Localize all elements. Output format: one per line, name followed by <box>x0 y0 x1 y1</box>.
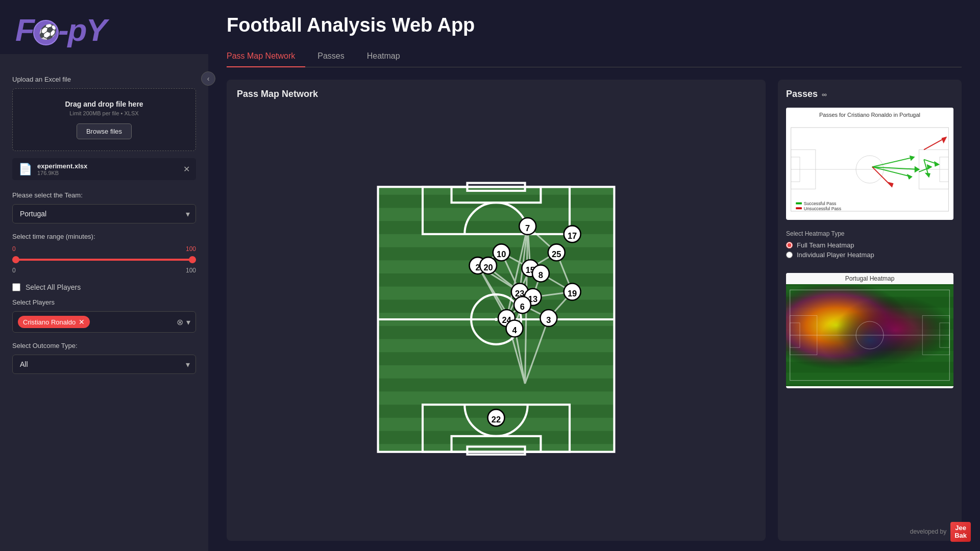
tab-heatmap[interactable]: Heatmap <box>367 47 410 67</box>
heatmap-svg <box>786 284 953 386</box>
file-upload-dropzone[interactable]: Drag and drop file here Limit 200MB per … <box>12 88 196 151</box>
svg-text:7: 7 <box>525 223 530 232</box>
heatmap-container: Portugal Heatmap <box>786 273 953 388</box>
time-range-display: 0 100 <box>12 245 196 253</box>
logo-area: F ⚽ -pY <box>0 0 208 54</box>
players-select-icons: ⊗ ▾ <box>177 317 190 327</box>
svg-rect-104 <box>796 207 802 209</box>
time-range-min-value: 0 <box>12 245 16 253</box>
right-panel: Passes ∞ Passes for Cristiano Ronaldo in… <box>778 80 962 541</box>
app-logo: F ⚽ -pY <box>15 14 193 46</box>
select-all-checkbox[interactable] <box>12 283 20 291</box>
player-tag-label: Cristiano Ronaldo <box>23 318 76 326</box>
select-all-players-row: Select All Players <box>12 283 196 291</box>
tab-passes[interactable]: Passes <box>317 47 354 67</box>
badge-line2: Bak <box>954 532 967 540</box>
heatmap-individual-label[interactable]: Individual Player Heatmap <box>797 251 874 259</box>
chevron-left-icon: ‹ <box>207 74 210 83</box>
svg-rect-102 <box>796 203 802 205</box>
players-select-area[interactable]: Cristiano Ronaldo ✕ ⊗ ▾ <box>12 311 196 333</box>
heatmap-type-section: Select Heatmap Type Full Team Heatmap In… <box>786 230 953 261</box>
time-range-limit-min: 0 <box>12 267 16 274</box>
file-remove-button[interactable]: ✕ <box>183 164 190 174</box>
heatmap-individual-radio[interactable] <box>786 252 793 258</box>
svg-text:3: 3 <box>546 315 551 324</box>
file-icon: 📄 <box>18 163 32 176</box>
svg-text:17: 17 <box>568 231 577 240</box>
developer-credit: developed by Jee Bak <box>910 522 971 542</box>
badge-line1: Jee <box>954 524 967 532</box>
heatmap-full-team-radio[interactable] <box>786 242 793 248</box>
heatmap-individual-row: Individual Player Heatmap <box>786 251 953 259</box>
svg-text:25: 25 <box>552 249 561 259</box>
svg-text:10: 10 <box>497 249 506 259</box>
outcome-select[interactable]: All Successful Unsuccessful <box>12 355 196 374</box>
outcome-select-wrapper: All Successful Unsuccessful ▾ <box>12 355 196 374</box>
passes-info-icon: ∞ <box>822 90 827 98</box>
pass-map-title: Pass Map Network <box>237 89 755 99</box>
tab-pass-map-network[interactable]: Pass Map Network <box>227 47 305 67</box>
sidebar: F ⚽ -pY ‹ Upload an Excel file Drag and … <box>0 0 208 551</box>
svg-text:19: 19 <box>568 289 577 298</box>
outcome-label: Select Outcome Type: <box>12 342 196 349</box>
pass-map-panel: Pass Map Network <box>227 80 766 541</box>
main-tabs: Pass Map Network Passes Heatmap <box>227 47 962 67</box>
clear-players-button[interactable]: ⊗ <box>177 317 183 327</box>
file-size: 176.9KB <box>37 170 178 176</box>
credit-text: developed by <box>910 528 946 535</box>
heatmap-chart-title: Portugal Heatmap <box>786 273 953 284</box>
heatmap-full-team-row: Full Team Heatmap <box>786 241 953 249</box>
passes-panel-title: Passes ∞ <box>786 89 953 99</box>
heatmap-full-team-label[interactable]: Full Team Heatmap <box>797 241 854 249</box>
pitch-container: 7 17 25 10 2 <box>237 107 755 532</box>
player-tag-remove-button[interactable]: ✕ <box>79 318 85 326</box>
time-range-max-value: 100 <box>186 245 196 253</box>
time-range-section: Select time range (minutes): 0 100 0 100 <box>12 233 196 274</box>
main-content: Football Analysis Web App Pass Map Netwo… <box>208 0 980 551</box>
svg-text:6: 6 <box>520 302 525 311</box>
players-dropdown-icon[interactable]: ▾ <box>186 317 190 327</box>
svg-text:4: 4 <box>512 325 517 335</box>
passes-chart-title: Passes for Cristiano Ronaldo in Portugal <box>819 112 920 118</box>
svg-point-8 <box>495 317 498 320</box>
content-row: Pass Map Network <box>227 80 962 541</box>
developer-badge: Jee Bak <box>950 522 971 542</box>
file-info: experiment.xlsx 176.9KB <box>37 162 178 176</box>
select-all-label[interactable]: Select All Players <box>26 283 81 291</box>
app-title: Football Analysis Web App <box>227 14 962 36</box>
svg-text:8: 8 <box>538 270 543 280</box>
team-select[interactable]: Portugal Brazil France Spain Germany <box>12 204 196 223</box>
player-tag-cristiano: Cristiano Ronaldo ✕ <box>18 316 90 328</box>
file-name: experiment.xlsx <box>37 162 178 170</box>
drag-drop-subtitle: Limit 200MB per file • XLSX <box>22 110 186 116</box>
team-select-wrapper: Portugal Brazil France Spain Germany ▾ <box>12 204 196 223</box>
heatmap-type-label: Select Heatmap Type <box>786 230 953 237</box>
sidebar-content: Upload an Excel file Drag and drop file … <box>0 54 208 551</box>
time-range-limits: 0 100 <box>12 267 196 274</box>
time-range-label: Select time range (minutes): <box>12 233 196 240</box>
svg-text:Unsuccessful Pass: Unsuccessful Pass <box>804 206 842 211</box>
browse-files-button[interactable]: Browse files <box>77 123 132 139</box>
passes-chart-container: Passes for Cristiano Ronaldo in Portugal <box>786 108 953 220</box>
passes-title-text: Passes <box>786 89 818 99</box>
svg-text:Successful Pass: Successful Pass <box>804 201 837 206</box>
players-label: Select Players <box>12 298 196 306</box>
upload-section-label: Upload an Excel file <box>12 76 196 83</box>
football-pitch: 7 17 25 10 2 <box>237 182 755 457</box>
uploaded-file-item: 📄 experiment.xlsx 176.9KB ✕ <box>12 158 196 180</box>
team-select-label: Please select the Team: <box>12 191 196 199</box>
passes-chart-svg: Successful Pass Unsuccessful Pass <box>786 121 953 218</box>
svg-text:20: 20 <box>483 262 493 271</box>
drag-drop-title: Drag and drop file here <box>22 100 186 108</box>
sidebar-toggle-button[interactable]: ‹ <box>201 71 215 86</box>
time-range-limit-max: 100 <box>186 267 196 274</box>
svg-text:22: 22 <box>492 415 501 424</box>
